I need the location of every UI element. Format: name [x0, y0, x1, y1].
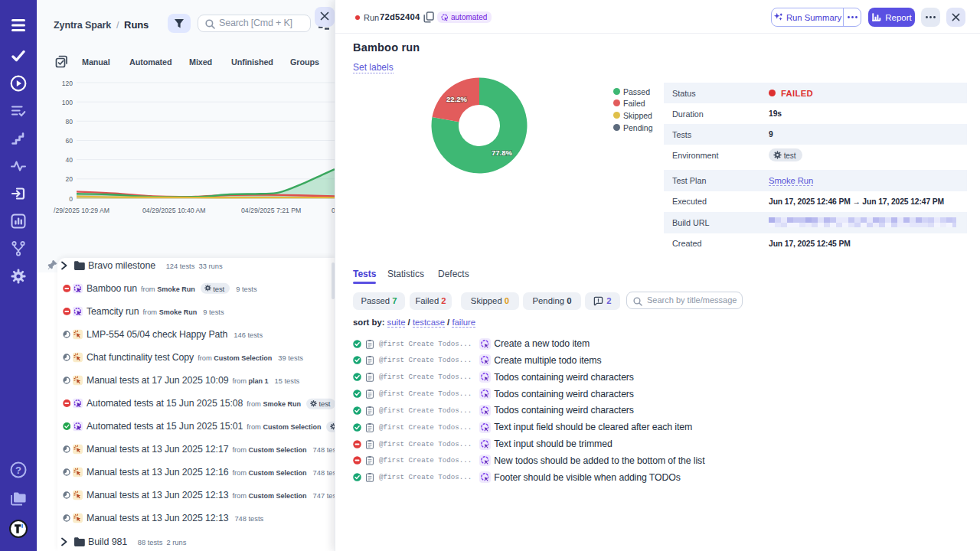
svg-text:77.8%: 77.8% [492, 148, 512, 157]
svg-text:120: 120 [62, 80, 73, 87]
svg-text:40: 40 [66, 156, 74, 164]
svg-text:04/29/2025 7:21 PM: 04/29/2025 7:21 PM [241, 207, 301, 214]
svg-text:60: 60 [66, 137, 74, 145]
svg-text:100: 100 [62, 99, 73, 106]
svg-text:0: 0 [69, 195, 73, 203]
svg-text:04/29/2025 10:40 AM: 04/29/2025 10:40 AM [142, 207, 206, 214]
svg-text:20: 20 [66, 175, 74, 183]
svg-text:/29/2025 10:29 AM: /29/2025 10:29 AM [54, 207, 109, 214]
svg-text:22.2%: 22.2% [446, 95, 467, 103]
svg-text:80: 80 [66, 118, 74, 126]
svg-text:?: ? [15, 465, 21, 476]
